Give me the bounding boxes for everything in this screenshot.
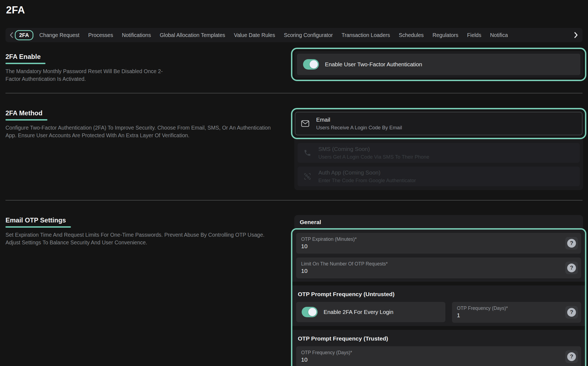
help-button[interactable]: ? xyxy=(565,237,578,250)
email-icon xyxy=(301,120,310,127)
help-button[interactable]: ? xyxy=(565,262,578,274)
section-email-otp-settings: Email OTP Settings Set Expiration Time A… xyxy=(5,215,583,366)
tab-schedules[interactable]: Schedules xyxy=(394,32,428,38)
otp-expiration-value: 10 xyxy=(301,243,576,250)
general-panel-heading: General xyxy=(294,215,583,228)
qr-scan-icon xyxy=(303,173,312,180)
otp-expiration-field[interactable]: OTP Expiration (Minutes)* 10 ? xyxy=(296,233,581,254)
tab-transaction-loaders[interactable]: Transaction Loaders xyxy=(337,32,394,38)
otp-expiration-label: OTP Expiration (Minutes)* xyxy=(301,236,576,242)
section-2fa-method: 2FA Method Configure Two-Factor Authenti… xyxy=(5,108,583,190)
untrusted-otp-frequency-label: OTP Frequency (Days)* xyxy=(457,305,576,311)
section-2fa-enable: 2FA Enable The Mandatory Monthly Passwor… xyxy=(5,48,583,83)
section-heading-email-otp: Email OTP Settings xyxy=(5,217,66,228)
otp-settings-highlight-outline: OTP Expiration (Minutes)* 10 ? Limit On … xyxy=(291,228,586,366)
section-heading-2fa-method: 2FA Method xyxy=(5,110,42,121)
tabs-scroll-right-icon[interactable] xyxy=(573,32,579,39)
tab-value-date-rules[interactable]: Value Date Rules xyxy=(230,32,279,38)
enable-2fa-toggle-label: Enable User Two-Factor Authentication xyxy=(325,61,422,68)
question-mark-icon: ? xyxy=(567,264,576,272)
enable-2fa-every-login-label: Enable 2FA For Every Login xyxy=(324,309,393,315)
method-email-highlight-outline: Email Users Receive A Login Code By Emai… xyxy=(291,108,586,139)
method-sms-title: SMS (Coming Soon) xyxy=(318,146,429,152)
method-option-auth-app-disabled: Auth App (Coming Soon) Enter The Code Fr… xyxy=(298,167,580,186)
tab-change-request[interactable]: Change Request xyxy=(35,32,84,38)
section-description-2fa-enable: The Mandatory Monthly Password Reset Wil… xyxy=(5,68,164,83)
method-disabled-options-panel: SMS (Coming Soon) Users Get A Login Code… xyxy=(294,138,583,190)
section-divider xyxy=(5,93,583,93)
tab-processes[interactable]: Processes xyxy=(84,32,117,38)
trusted-otp-frequency-value: 10 xyxy=(301,356,576,363)
enable-2fa-every-login-toggle-row[interactable]: Enable 2FA For Every Login xyxy=(296,302,445,322)
general-fields-block: OTP Expiration (Minutes)* 10 ? Limit On … xyxy=(292,230,585,282)
trusted-otp-frequency-label: OTP Frequency (Days)* xyxy=(301,350,576,356)
tab-scoring-configurator[interactable]: Scoring Configurator xyxy=(279,32,337,38)
otp-request-limit-field[interactable]: Limit On The Number Of OTP Requests* 10 … xyxy=(296,258,581,278)
page-title: 2FA xyxy=(6,4,583,16)
phone-icon xyxy=(303,149,312,157)
untrusted-otp-frequency-value: 1 xyxy=(457,312,576,319)
tab-notifications[interactable]: Notifications xyxy=(117,32,155,38)
otp-request-limit-label: Limit On The Number Of OTP Requests* xyxy=(301,261,576,267)
tab-2fa[interactable]: 2FA xyxy=(15,30,33,40)
enable-highlight-outline: Enable User Two-Factor Authentication xyxy=(291,48,586,81)
untrusted-frequency-heading: OTP Prompt Frequency (Untrusted) xyxy=(298,291,580,298)
section-description-email-otp: Set Expiration Time And Request Limits F… xyxy=(5,231,275,246)
method-option-sms-disabled: SMS (Coming Soon) Users Get A Login Code… xyxy=(298,143,580,163)
question-mark-icon: ? xyxy=(567,308,576,317)
section-heading-2fa-enable: 2FA Enable xyxy=(5,53,41,64)
method-auth-app-subtitle: Enter The Code From Google Authenticator xyxy=(318,178,416,184)
question-mark-icon: ? xyxy=(567,239,576,248)
enable-2fa-every-login-toggle[interactable] xyxy=(302,307,318,317)
section-description-2fa-method: Configure Two-Factor Authentication (2FA… xyxy=(5,124,275,139)
trusted-frequency-block: OTP Prompt Frequency (Trusted) OTP Frequ… xyxy=(292,330,585,366)
method-email-subtitle: Users Receive A Login Code By Email xyxy=(316,125,402,131)
method-auth-app-title: Auth App (Coming Soon) xyxy=(318,169,416,176)
help-button[interactable]: ? xyxy=(565,306,578,319)
section-divider xyxy=(5,200,583,201)
tab-fields[interactable]: Fields xyxy=(463,32,486,38)
trusted-frequency-heading: OTP Prompt Frequency (Trusted) xyxy=(298,335,580,342)
help-button[interactable]: ? xyxy=(565,350,578,363)
method-option-email[interactable]: Email Users Receive A Login Code By Emai… xyxy=(295,112,583,135)
settings-tabbar: 2FA Change Request Processes Notificatio… xyxy=(5,28,583,42)
method-email-title: Email xyxy=(316,116,402,123)
enable-2fa-toggle[interactable] xyxy=(303,59,319,70)
tabs-scroll-left-icon[interactable] xyxy=(9,32,14,39)
settings-page: 2FA 2FA Change Request Processes Notific… xyxy=(0,0,588,366)
tab-global-allocation-templates[interactable]: Global Allocation Templates xyxy=(155,32,229,38)
question-mark-icon: ? xyxy=(567,352,576,361)
tab-notifica-truncated[interactable]: Notifica xyxy=(486,32,508,38)
method-sms-subtitle: Users Get A Login Code Via SMS To Their … xyxy=(318,154,429,160)
enable-2fa-toggle-row[interactable]: Enable User Two-Factor Authentication xyxy=(297,54,580,75)
untrusted-otp-frequency-field[interactable]: OTP Frequency (Days)* 1 ? xyxy=(452,302,581,323)
otp-request-limit-value: 10 xyxy=(301,268,576,274)
untrusted-frequency-block: OTP Prompt Frequency (Untrusted) Enable … xyxy=(292,285,585,326)
trusted-otp-frequency-field[interactable]: OTP Frequency (Days)* 10 ? xyxy=(296,346,581,366)
tab-regulators[interactable]: Regulators xyxy=(428,32,463,38)
